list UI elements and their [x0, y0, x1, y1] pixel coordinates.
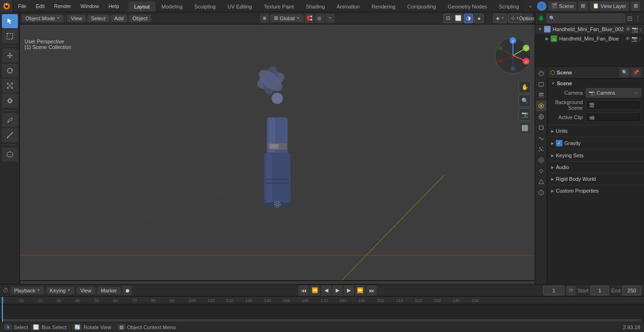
wireframe-btn[interactable]: ⊡: [443, 14, 453, 23]
world-properties-icon[interactable]: [536, 112, 546, 122]
timeline-track-body[interactable]: [0, 304, 644, 322]
hand-tool-icon[interactable]: ✋: [519, 81, 531, 93]
scene-section-header[interactable]: ▼ Scene: [547, 79, 644, 87]
zoom-icon[interactable]: 🔍: [519, 95, 531, 107]
record-btn[interactable]: ⏺: [123, 286, 132, 295]
viewport-options-btn[interactable]: Options: [523, 14, 533, 23]
tab-scripting[interactable]: Scripting: [493, 1, 525, 12]
outliner-more-btn[interactable]: ⋮: [635, 15, 641, 22]
cursor-tool[interactable]: [2, 14, 18, 28]
overlays-btn[interactable]: ◈ ▼: [493, 14, 507, 23]
menu-edit[interactable]: Edit: [31, 0, 50, 12]
forward-btn[interactable]: ▶: [344, 285, 354, 296]
gravity-checkbox[interactable]: ✓: [556, 140, 562, 146]
collection-selectable-icon[interactable]: ↕: [639, 26, 642, 32]
tab-shading[interactable]: Shading: [300, 1, 330, 12]
object-render-icon[interactable]: 📷: [631, 36, 638, 42]
jump-to-start-btn[interactable]: ⏮: [298, 285, 309, 296]
object-mode-dropdown[interactable]: Object Mode ▼: [22, 15, 64, 22]
tab-modeling[interactable]: Modeling: [156, 1, 189, 12]
timeline-scrollbar[interactable]: [0, 318, 644, 322]
tab-geometry-nodes[interactable]: Geometry Nodes: [442, 1, 493, 12]
object-selectable-icon[interactable]: ↕: [639, 36, 642, 42]
sync-icon[interactable]: ⟳: [566, 286, 576, 295]
viewport-canvas[interactable]: User Perspective (1) Scene Collection: [20, 24, 535, 284]
add-dropdown[interactable]: Add: [111, 15, 128, 22]
select-box-tool[interactable]: [2, 29, 18, 43]
navigation-gizmo[interactable]: Z X Y: [494, 37, 532, 74]
material-properties-icon[interactable]: [536, 187, 546, 198]
render-properties-icon[interactable]: [536, 68, 546, 79]
particles-properties-icon[interactable]: [536, 144, 546, 154]
menu-render[interactable]: Render: [50, 0, 76, 12]
modifier-properties-icon[interactable]: [536, 133, 546, 144]
scene-selector[interactable]: 🎬 Scene: [548, 1, 577, 11]
constraints-properties-icon[interactable]: [536, 166, 546, 176]
material-preview-btn[interactable]: ◑: [464, 14, 473, 23]
end-frame-input[interactable]: 250: [622, 286, 641, 295]
menu-window[interactable]: Window: [76, 0, 104, 12]
object-visibility-icon[interactable]: 👁: [625, 36, 630, 42]
jump-to-end-btn[interactable]: ⏭: [366, 285, 377, 296]
tab-rendering[interactable]: Rendering: [366, 1, 401, 12]
view-btn[interactable]: View: [76, 287, 95, 294]
output-properties-icon[interactable]: [536, 79, 546, 89]
timeline-track-area[interactable]: 0 10 20 30 40 50 60 70 80 90 100 110 120…: [0, 297, 644, 322]
play-btn[interactable]: ▶: [332, 285, 343, 296]
outliner-item-collection[interactable]: ▼ □ Handheld_Mini_Fan_Blue_002 👁 📷 ↕: [535, 24, 644, 34]
local-view-icon[interactable]: ⬜: [519, 122, 531, 134]
proportional-edit-btn[interactable]: ◎: [315, 14, 324, 23]
tab-uv-editing[interactable]: UV Editing: [222, 1, 257, 12]
move-tool[interactable]: [2, 49, 18, 63]
tab-texture-paint[interactable]: Texture Paint: [258, 1, 299, 12]
rendered-btn[interactable]: ●: [474, 14, 484, 23]
view-layer-properties-icon[interactable]: [536, 90, 546, 100]
tab-animation[interactable]: Animation: [331, 1, 365, 12]
camera-edit-btn[interactable]: ✏: [634, 90, 638, 96]
outliner-item-object[interactable]: ▶ △ Handheld_Mini_Fan_Blue 👁 📷 ↕: [535, 34, 644, 43]
collection-render-icon[interactable]: 📷: [632, 26, 638, 32]
units-section-header[interactable]: ▶ Units: [547, 126, 644, 136]
menu-help[interactable]: Help: [104, 0, 124, 12]
outliner-search[interactable]: 🔍: [546, 14, 625, 23]
select-dropdown[interactable]: Select: [87, 15, 109, 22]
rewind-btn[interactable]: ◀: [321, 285, 331, 296]
transform-tool[interactable]: [2, 94, 18, 108]
scene-settings-btn[interactable]: ⊞: [578, 1, 588, 11]
solid-btn[interactable]: ⬜: [454, 14, 463, 23]
next-keyframe-btn[interactable]: ⏩: [355, 285, 365, 296]
scene-properties-icon[interactable]: [536, 101, 546, 111]
audio-section-header[interactable]: ▶ Audio: [547, 162, 644, 172]
gravity-section-header[interactable]: ▶ ✓ Gravity: [547, 138, 644, 148]
add-cube-tool[interactable]: [2, 147, 18, 162]
keying-btn[interactable]: Keying ▼: [46, 287, 75, 294]
view-dropdown[interactable]: View: [67, 15, 86, 22]
current-frame-input[interactable]: 1: [543, 286, 564, 295]
camera-selector[interactable]: 📷 Camera ✏: [586, 88, 641, 97]
playback-btn[interactable]: Playback ▼: [10, 287, 44, 294]
rigid-body-header[interactable]: ▶ Rigid Body World: [547, 174, 644, 184]
rotate-tool[interactable]: [2, 64, 18, 78]
user-icon[interactable]: 👤: [537, 1, 546, 11]
transform-orientation-dropdown[interactable]: ⊞ Global ▼: [270, 14, 304, 22]
active-clip-selector[interactable]: 📹: [586, 113, 641, 122]
keying-sets-header[interactable]: ▶ Keying Sets: [547, 151, 644, 160]
physics-properties-icon[interactable]: [536, 155, 546, 165]
marker-btn[interactable]: Marker: [97, 287, 121, 294]
view-layer-selector[interactable]: 📋 View Layer: [590, 1, 629, 11]
background-scene-selector[interactable]: 🎬: [586, 100, 641, 110]
camera-view-icon[interactable]: 📷: [519, 108, 531, 121]
object-dropdown[interactable]: Object: [129, 15, 151, 22]
start-frame-input[interactable]: 1: [590, 286, 609, 295]
measure-tool[interactable]: [2, 128, 18, 142]
transform-pivot-btn[interactable]: ⊕: [260, 14, 269, 23]
snap-btn[interactable]: 🧲: [305, 14, 314, 23]
scale-tool[interactable]: [2, 79, 18, 93]
view-layer-settings-btn[interactable]: ⊞: [631, 1, 640, 11]
outliner-filter-btn[interactable]: ⊟: [627, 15, 633, 22]
filter-search[interactable]: 🔍: [619, 68, 630, 77]
prev-keyframe-btn[interactable]: ⏪: [310, 285, 320, 296]
viewport-hscrollbar[interactable]: [20, 280, 535, 284]
custom-props-header[interactable]: ▶ Custom Properties: [547, 186, 644, 195]
proportional-falloff-btn[interactable]: ~: [325, 14, 335, 23]
